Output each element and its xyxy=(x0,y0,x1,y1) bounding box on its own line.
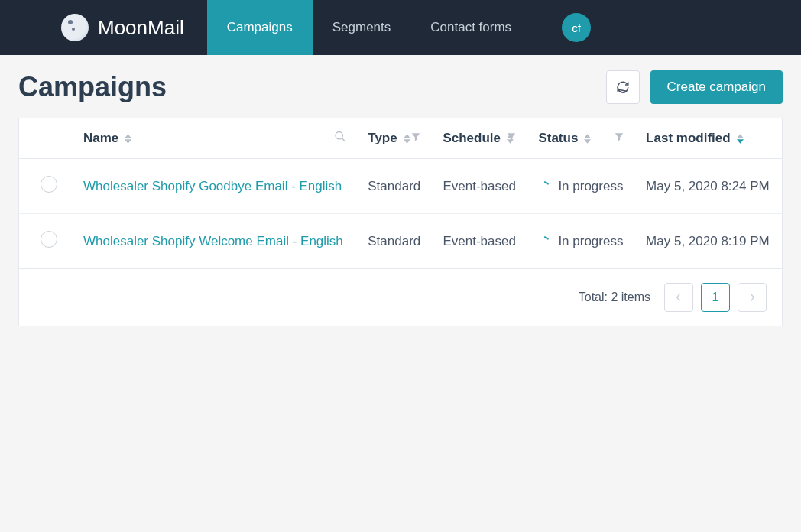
total-text: Total: 2 items xyxy=(579,290,650,304)
pager-page-button[interactable]: 1 xyxy=(701,283,730,312)
sort-icon[interactable] xyxy=(404,134,410,144)
avatar-initials: cf xyxy=(572,21,581,34)
column-status[interactable]: Status xyxy=(527,118,635,159)
campaign-name-link[interactable]: Wholesaler Shopify Welcome Email - Engli… xyxy=(83,234,343,248)
column-name[interactable]: Name xyxy=(73,118,357,159)
cell-status: In progress xyxy=(538,234,624,249)
sort-icon[interactable] xyxy=(584,134,591,144)
page-actions: Create campaign xyxy=(606,70,783,104)
cell-last-modified: May 5, 2020 8:24 PM xyxy=(635,159,782,214)
spinner-icon xyxy=(538,235,550,248)
page: Campaigns Create campaign xyxy=(0,55,801,342)
column-last-modified[interactable]: Last modified xyxy=(635,118,782,159)
cell-type: Standard xyxy=(357,159,432,214)
filter-icon[interactable] xyxy=(614,131,624,146)
chevron-left-icon xyxy=(675,293,683,302)
brand[interactable]: MoonMail xyxy=(61,14,184,41)
cell-last-modified: May 5, 2020 8:19 PM xyxy=(635,214,782,269)
pagination: 1 xyxy=(664,283,767,312)
column-label: Schedule xyxy=(443,131,501,146)
column-label: Status xyxy=(538,131,578,146)
status-text: In progress xyxy=(558,179,623,194)
refresh-icon xyxy=(616,80,630,94)
svg-point-0 xyxy=(336,132,342,139)
column-label: Last modified xyxy=(646,131,731,146)
row-select-checkbox[interactable] xyxy=(41,176,57,193)
nav-tab-contact-forms[interactable]: Contact forms xyxy=(410,0,531,55)
campaign-name-link[interactable]: Wholesaler Shopify Goodbye Email - Engli… xyxy=(83,179,342,193)
page-header: Campaigns Create campaign xyxy=(18,70,783,104)
pager-prev-button[interactable] xyxy=(664,283,693,312)
refresh-button[interactable] xyxy=(606,70,640,104)
nav-tab-campaigns[interactable]: Campaigns xyxy=(207,0,313,55)
table-row: Wholesaler Shopify Goodbye Email - Engli… xyxy=(19,159,782,214)
moon-icon xyxy=(61,14,89,41)
top-nav: MoonMail Campaigns Segments Contact form… xyxy=(0,0,801,55)
cell-type: Standard xyxy=(357,214,432,269)
table-footer: Total: 2 items 1 xyxy=(19,268,782,326)
status-text: In progress xyxy=(558,234,623,249)
create-campaign-button[interactable]: Create campaign xyxy=(650,70,783,104)
column-select xyxy=(19,118,73,159)
nav-tabs: Campaigns Segments Contact forms xyxy=(207,0,531,55)
filter-icon[interactable] xyxy=(506,131,517,146)
cell-schedule: Event-based xyxy=(432,159,527,214)
pager-next-button[interactable] xyxy=(738,283,767,312)
create-campaign-label: Create campaign xyxy=(667,79,766,94)
column-label: Type xyxy=(368,131,397,146)
column-type[interactable]: Type xyxy=(357,118,432,159)
nav-tab-label: Contact forms xyxy=(430,20,511,35)
filter-icon[interactable] xyxy=(410,131,421,146)
search-icon[interactable] xyxy=(334,131,346,147)
nav-tab-segments[interactable]: Segments xyxy=(313,0,411,55)
campaigns-table: Name Type xyxy=(18,118,783,326)
pager-page-label: 1 xyxy=(712,290,719,304)
chevron-right-icon xyxy=(748,293,756,302)
cell-schedule: Event-based xyxy=(432,214,527,269)
brand-name: MoonMail xyxy=(98,16,184,40)
nav-tab-label: Campaigns xyxy=(227,20,293,35)
table-row: Wholesaler Shopify Welcome Email - Engli… xyxy=(19,214,782,269)
row-select-checkbox[interactable] xyxy=(41,231,57,248)
column-schedule[interactable]: Schedule xyxy=(432,118,527,159)
cell-status: In progress xyxy=(538,179,624,194)
spinner-icon xyxy=(538,180,550,193)
avatar[interactable]: cf xyxy=(562,13,591,42)
sort-icon[interactable] xyxy=(125,134,131,144)
sort-icon[interactable] xyxy=(737,134,744,144)
page-title: Campaigns xyxy=(18,71,167,103)
nav-tab-label: Segments xyxy=(332,20,391,35)
column-label: Name xyxy=(83,131,118,146)
